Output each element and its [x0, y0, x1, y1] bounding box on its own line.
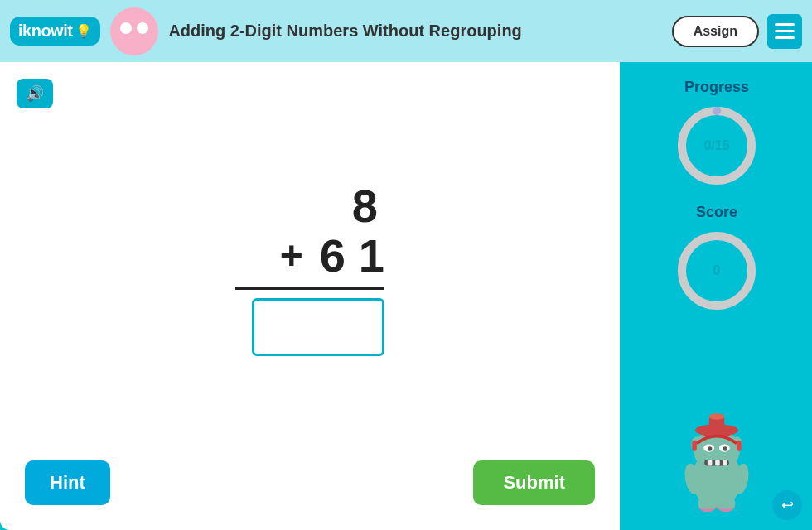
mascot-dot-right [137, 22, 148, 34]
svg-point-11 [723, 446, 727, 451]
monster-character [667, 406, 766, 513]
top-number: 8 [352, 183, 384, 229]
svg-rect-20 [692, 441, 697, 451]
math-divider [235, 287, 384, 290]
progress-value: 0/15 [703, 138, 729, 153]
left-panel: 🔊 8 + 6 1 Hint Submit [0, 62, 621, 530]
svg-point-7 [709, 413, 725, 419]
svg-rect-21 [737, 441, 742, 451]
submit-button[interactable]: Submit [473, 460, 595, 505]
hint-button[interactable]: Hint [25, 460, 110, 505]
header: iknowit 💡 Adding 2-Digit Numbers Without… [0, 0, 812, 62]
svg-rect-24 [698, 498, 717, 508]
math-problem: 8 + 6 1 [235, 183, 384, 356]
monster-area [667, 329, 766, 522]
score-value: 0 [713, 263, 721, 278]
svg-point-10 [708, 446, 713, 451]
sound-button[interactable]: 🔊 [17, 79, 53, 108]
menu-line-3 [775, 36, 795, 39]
bottom-bar: Hint Submit [17, 460, 603, 513]
lesson-title: Adding 2-Digit Numbers Without Regroupin… [168, 22, 661, 41]
menu-line-1 [775, 23, 795, 26]
back-icon: ↩ [781, 496, 794, 514]
main-content: 🔊 8 + 6 1 Hint Submit [0, 62, 812, 530]
bulb-icon: 💡 [75, 23, 92, 39]
bottom-ones: 1 [359, 233, 384, 279]
answer-box[interactable] [252, 298, 384, 356]
middle-row: + 6 1 [280, 233, 384, 279]
menu-button[interactable] [767, 14, 802, 49]
progress-gauge: 0/15 [675, 104, 758, 187]
progress-label: Progress [684, 79, 749, 96]
score-label: Score [696, 204, 737, 221]
header-actions: Assign [672, 14, 802, 49]
svg-rect-25 [717, 498, 735, 508]
right-panel: Progress 0/15 Score 0 [621, 62, 812, 530]
sound-icon: 🔊 [26, 84, 44, 103]
math-area: 8 + 6 1 [17, 79, 603, 460]
assign-button[interactable]: Assign [672, 16, 759, 47]
logo-text: iknowit [18, 22, 72, 41]
svg-rect-17 [723, 460, 727, 465]
svg-rect-15 [708, 460, 713, 465]
mascot-dot-left [120, 22, 132, 34]
menu-line-2 [775, 30, 795, 32]
score-gauge: 0 [675, 229, 758, 312]
bottom-tens: 6 [320, 233, 346, 279]
operator: + [280, 236, 303, 276]
svg-rect-16 [715, 460, 720, 465]
back-button[interactable]: ↩ [772, 490, 802, 520]
logo: iknowit 💡 [10, 17, 100, 46]
mascot-circle [110, 7, 158, 55]
